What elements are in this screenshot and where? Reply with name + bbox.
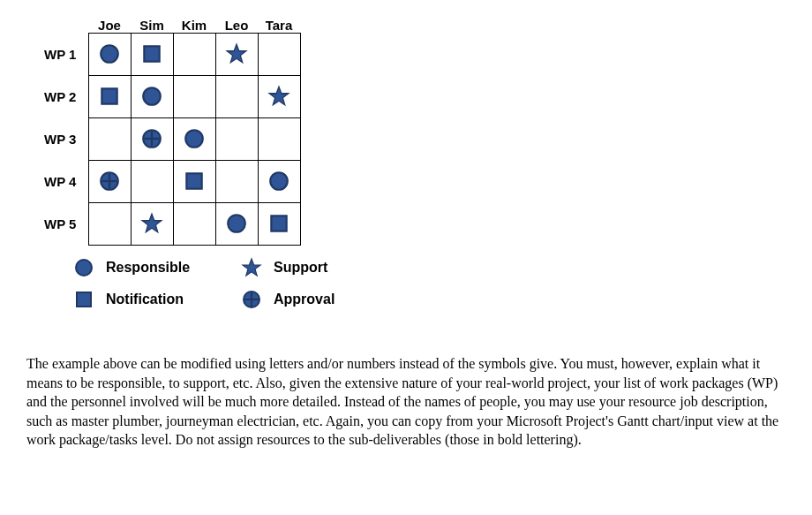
col-header: Joe [88, 18, 131, 33]
matrix-cell [258, 160, 301, 203]
square-icon [183, 170, 206, 193]
legend: Responsible Support Notification Approva… [71, 257, 786, 310]
star-icon [267, 85, 290, 108]
star-icon [238, 257, 265, 278]
row-label: WP 4 [44, 160, 88, 202]
matrix-cell [88, 33, 132, 76]
svg-point-14 [270, 172, 288, 190]
square-icon [98, 85, 121, 108]
circle-icon [71, 257, 97, 278]
matrix-cell [173, 33, 216, 76]
matrix-cell [173, 160, 216, 203]
star-icon [225, 42, 248, 65]
legend-notification: Notification [71, 289, 238, 310]
legend-label: Approval [274, 292, 335, 307]
row-label: WP 2 [44, 75, 88, 117]
matrix-cell [258, 75, 301, 118]
matrix-cell [258, 202, 301, 246]
row-label: WP 5 [44, 202, 88, 245]
col-header: Leo [215, 18, 258, 33]
explanatory-paragraph: The example above can be modified using … [26, 354, 786, 450]
matrix-cell [258, 117, 301, 161]
matrix-cell [131, 160, 174, 203]
square-icon [140, 42, 163, 65]
legend-approval: Approval [238, 289, 406, 310]
legend-responsible: Responsible [71, 257, 238, 278]
responsibility-matrix: Joe Sim Kim Leo Tara WP 1WP 2WP 3WP 4WP … [44, 18, 786, 310]
circle-icon [225, 212, 248, 235]
svg-rect-3 [102, 88, 117, 103]
circle-icon [140, 85, 163, 108]
circle-icon [98, 42, 121, 65]
circle-plus-icon [98, 170, 121, 193]
svg-rect-1 [144, 46, 159, 61]
row-label: WP 3 [44, 117, 88, 160]
col-header: Tara [258, 18, 300, 33]
circle-plus-icon [140, 127, 163, 150]
svg-point-4 [143, 87, 161, 105]
matrix-cell [131, 33, 174, 76]
square-icon [267, 212, 290, 235]
svg-rect-17 [271, 216, 286, 231]
col-header: Sim [131, 18, 173, 33]
svg-rect-20 [77, 292, 91, 307]
matrix-cell [173, 202, 216, 246]
matrix-cell [131, 202, 174, 246]
matrix-cell [88, 202, 132, 246]
matrix-cell [258, 33, 301, 76]
svg-marker-5 [269, 87, 289, 105]
legend-support: Support [238, 257, 406, 278]
matrix-cell [173, 117, 216, 161]
svg-point-18 [76, 260, 92, 276]
svg-marker-15 [142, 214, 162, 232]
circle-plus-icon [238, 289, 265, 310]
matrix-cell [215, 75, 259, 118]
svg-marker-19 [243, 259, 260, 276]
matrix-cell [88, 160, 132, 203]
matrix-cell [215, 117, 259, 161]
legend-label: Notification [106, 292, 184, 307]
matrix-cell [88, 117, 132, 161]
star-icon [140, 212, 163, 235]
matrix-cell [131, 75, 174, 118]
matrix-cell [88, 75, 132, 118]
svg-point-9 [185, 130, 203, 148]
matrix-cell [215, 202, 259, 246]
matrix-cell [215, 160, 259, 203]
matrix-cell [215, 33, 259, 76]
matrix-cell [131, 117, 174, 161]
svg-point-16 [228, 215, 245, 232]
circle-icon [183, 127, 206, 150]
legend-label: Responsible [106, 260, 190, 276]
row-label: WP 1 [44, 33, 88, 75]
svg-marker-2 [227, 44, 246, 63]
circle-icon [267, 170, 290, 193]
svg-rect-13 [186, 173, 201, 188]
column-headers: Joe Sim Kim Leo Tara [88, 18, 786, 33]
matrix-cell [173, 75, 216, 118]
legend-label: Support [274, 260, 327, 276]
col-header: Kim [173, 18, 215, 33]
svg-point-0 [101, 45, 118, 63]
matrix-grid: WP 1WP 2WP 3WP 4WP 5 [44, 33, 786, 245]
square-icon [71, 289, 97, 310]
